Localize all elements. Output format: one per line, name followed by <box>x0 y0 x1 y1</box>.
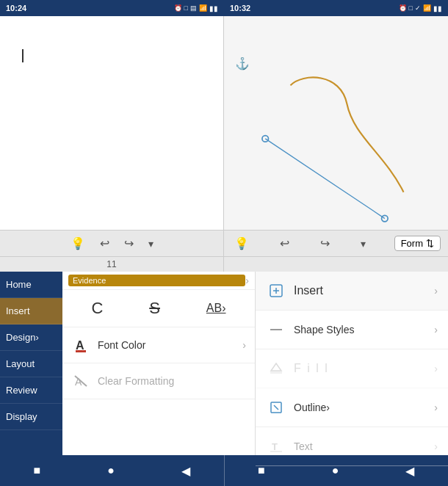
alarm-icon: ⏰ <box>174 4 182 12</box>
sidebar-item-layout[interactable]: Layout <box>0 351 62 377</box>
back-button-left[interactable]: ◀ <box>176 461 196 481</box>
wifi-icon-left: 📶 <box>199 4 207 12</box>
format-row: C S AB› <box>62 290 255 327</box>
font-color-icon: A <box>71 335 92 355</box>
right-insert-label: Insert <box>294 284 434 297</box>
signal-icon-right: 📶 <box>423 4 431 12</box>
font-color-item[interactable]: A Font Color › <box>62 327 255 363</box>
undo-button-right[interactable]: ↩ <box>277 235 292 252</box>
right-insert-chevron: › <box>434 285 438 297</box>
home-button-right[interactable]: ● <box>326 461 345 480</box>
outline-item[interactable]: Outline› › <box>256 388 448 427</box>
font-color-chevron: › <box>242 339 246 351</box>
bulb-icon-right[interactable]: 💡 <box>231 235 252 252</box>
sidebar-item-review[interactable]: Review <box>0 377 62 404</box>
bulb-icon-left[interactable]: 💡 <box>68 235 88 252</box>
bottom-nav-left: ■ ● ◀ <box>0 455 224 486</box>
main-area: ⚓ 💡 ↩ ↪ ▾ 💡 ↩ ↪ ▾ Form ⇅ <box>0 16 448 455</box>
svg-line-13 <box>274 405 278 410</box>
evidence-row: Evidence › <box>62 272 255 290</box>
toolbar-area: 💡 ↩ ↪ ▾ 💡 ↩ ↪ ▾ Form ⇅ <box>0 230 448 257</box>
svg-rect-4 <box>76 350 86 352</box>
shape-styles-chevron: › <box>434 324 438 336</box>
check-icon-right: ✓ <box>415 4 421 12</box>
sidebar-item-display[interactable]: Display <box>0 404 62 430</box>
home-button-left[interactable]: ● <box>101 461 120 480</box>
clock-icon-right: ⏰ <box>399 4 407 12</box>
box-icon-right: □ <box>409 4 413 12</box>
ab-format-button[interactable]: AB› <box>200 299 232 318</box>
battery-icon-left: □ <box>184 4 188 12</box>
fill-chevron: › <box>434 363 438 374</box>
text-label: Text <box>294 440 434 452</box>
right-panel: Insert › Shape Styles › <box>256 272 448 455</box>
form-label: Form <box>401 238 423 249</box>
drawing-canvas <box>224 16 448 230</box>
shape-styles-item[interactable]: Shape Styles › <box>256 311 448 349</box>
text-icon: T <box>266 436 286 457</box>
document-left[interactable] <box>0 16 224 230</box>
evidence-chevron: › <box>245 275 249 286</box>
page-num-bar: 11 <box>0 257 448 272</box>
batt-full-left: ▮▮ <box>209 4 218 12</box>
toolbar-dropdown-left[interactable]: ▾ <box>145 236 156 251</box>
status-icons-left: ⏰ □ ▤ 📶 ▮▮ <box>174 4 218 12</box>
clear-formatting-item[interactable]: A Clear Formatting <box>62 363 255 399</box>
shape-styles-label: Shape Styles <box>294 324 434 336</box>
fill-icon <box>266 358 286 379</box>
strikethrough-button[interactable]: S <box>143 296 166 321</box>
redo-button-left[interactable]: ↪ <box>121 235 137 252</box>
toolbar-dropdown-right[interactable]: ▾ <box>358 236 369 251</box>
clear-formatting-icon: A <box>71 371 92 391</box>
outline-icon <box>266 397 286 418</box>
svg-text:A: A <box>76 339 84 352</box>
svg-text:T: T <box>272 441 278 452</box>
status-bar-right: 10:32 ⏰ □ ✓ 📶 ▮▮ <box>224 0 448 16</box>
nav-menu: Home Insert Design› Layout Review Displa… <box>0 272 62 455</box>
back-button-right[interactable]: ◀ <box>400 461 420 481</box>
fill-item: F i l l › <box>256 349 448 388</box>
toolbar-right: 💡 ↩ ↪ ▾ Form ⇅ <box>224 231 448 256</box>
panel-area: Home Insert Design› Layout Review Displa… <box>0 272 448 455</box>
document-area: ⚓ <box>0 16 448 230</box>
sidebar-item-insert[interactable]: Insert <box>0 298 62 324</box>
signal-icon-left: ▤ <box>190 4 197 12</box>
sidebar-item-design[interactable]: Design› <box>0 324 62 351</box>
clear-format-button[interactable]: C <box>85 296 109 321</box>
stop-button-left[interactable]: ■ <box>28 461 47 480</box>
shape-styles-icon <box>266 319 286 340</box>
undo-button-left[interactable]: ↩ <box>97 235 112 252</box>
form-selector[interactable]: Form ⇅ <box>394 236 441 251</box>
status-icons-right: ⏰ □ ✓ 📶 ▮▮ <box>399 4 442 12</box>
redo-button-right[interactable]: ↪ <box>317 235 333 252</box>
evidence-badge: Evidence <box>68 275 245 286</box>
page-number: 11 <box>0 257 224 272</box>
svg-rect-11 <box>270 371 282 374</box>
toolbar-left: 💡 ↩ ↪ ▾ <box>0 231 224 256</box>
time-right: 10:32 <box>230 4 250 12</box>
font-color-label: Font Color <box>98 339 242 351</box>
right-insert-icon <box>266 280 286 301</box>
document-right[interactable]: ⚓ <box>224 16 448 230</box>
bottom-nav-right: ■ ● ◀ <box>225 455 449 486</box>
outline-chevron: › <box>434 402 438 413</box>
outline-label: Outline› <box>294 402 434 413</box>
bottom-nav: ■ ● ◀ ■ ● ◀ <box>0 455 448 486</box>
fill-label: F i l l <box>294 362 434 375</box>
text-chevron: › <box>434 440 438 452</box>
time-left: 10:24 <box>6 4 26 12</box>
form-arrows: ⇅ <box>426 238 434 249</box>
left-panel: Evidence › C S AB› A <box>62 272 256 455</box>
right-insert-item[interactable]: Insert › <box>256 272 448 311</box>
svg-line-0 <box>265 139 385 219</box>
stop-button-right[interactable]: ■ <box>252 461 271 480</box>
page-num-spacer <box>224 257 448 272</box>
status-bar-left: 10:24 ⏰ □ ▤ 📶 ▮▮ <box>0 0 224 16</box>
batt-full-right: ▮▮ <box>433 4 442 12</box>
sidebar-item-home[interactable]: Home <box>0 272 62 298</box>
status-bars: 10:24 ⏰ □ ▤ 📶 ▮▮ 10:32 ⏰ □ ✓ 📶 ▮▮ <box>0 0 448 16</box>
clear-formatting-label: Clear Formatting <box>98 375 246 387</box>
text-cursor <box>22 49 24 62</box>
